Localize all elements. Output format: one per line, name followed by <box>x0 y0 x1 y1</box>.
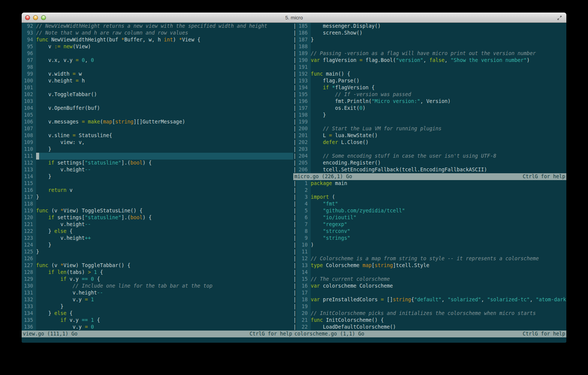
code-line[interactable]: |195 // If -version was passed <box>293 91 566 98</box>
code-line[interactable]: | 5 "github.com/zyedidia/tcell" <box>293 207 566 214</box>
code-line[interactable]: | 9 "strings" <box>293 235 566 242</box>
code-line[interactable]: 119 func (v *View) ToggleStatusLine() { <box>22 207 293 214</box>
code-line[interactable]: |204 // Some encoding stuff in case the … <box>293 153 566 160</box>
code-line[interactable]: |186 screen.Show() <box>293 30 566 36</box>
code-line[interactable]: 127 func (v *View) ToggleTabbar() { <box>22 262 293 269</box>
code-line[interactable]: |205 encoding.Register() <box>293 160 566 166</box>
code-line[interactable]: |191 <box>293 64 566 71</box>
code-line[interactable]: 121 v.height-- <box>22 221 293 228</box>
code-text: v.y = 0 <box>36 324 293 331</box>
code-line[interactable]: | 19 <box>293 303 566 310</box>
code-line[interactable]: 100 v.height = h <box>22 78 293 84</box>
code-line[interactable]: 98 <box>22 64 293 71</box>
code-line[interactable]: 130 // Include one line for the tab bar … <box>22 283 293 290</box>
code-line[interactable]: | 15 // The current colorscheme <box>293 276 566 283</box>
titlebar[interactable]: 5. micro <box>22 13 566 23</box>
code-line[interactable]: 114 } <box>22 173 293 180</box>
code-line[interactable]: |188 <box>293 43 566 50</box>
line-number: 121 <box>22 221 36 228</box>
code-line[interactable]: 112 if settings["statusline"].(bool) { <box>22 160 293 166</box>
code-line[interactable]: 120 if settings["statusline"].(bool) { <box>22 214 293 221</box>
code-line[interactable]: 97 v.x, v.y = 0, 0 <box>22 57 293 64</box>
code-line[interactable]: |189 // Passing -version as a flag will … <box>293 50 566 57</box>
code-line[interactable]: 95 v := new(View) <box>22 43 293 50</box>
code-line[interactable]: 116 return v <box>22 187 293 194</box>
code-line[interactable]: 135 if v.y == 1 { <box>22 317 293 324</box>
command-line[interactable] <box>22 337 566 343</box>
code-line[interactable]: 115 <box>22 180 293 187</box>
code-line[interactable]: | 6 "io/ioutil" <box>293 214 566 221</box>
code-text: // InitColorscheme picks and initializes… <box>311 310 566 317</box>
code-line[interactable]: | 11 <box>293 248 566 255</box>
code-line[interactable]: | 10 ) <box>293 242 566 248</box>
code-line[interactable]: | 21 func InitColorscheme() { <box>293 317 566 324</box>
code-text <box>36 125 293 132</box>
code-line[interactable]: |202 defer L.Close() <box>293 139 566 146</box>
code-line[interactable]: 136 v.y = 0 <box>22 324 293 331</box>
code-line[interactable]: 108 v.sline = Statusline{ <box>22 132 293 139</box>
code-line[interactable]: 122 } else { <box>22 228 293 235</box>
code-line[interactable]: | 12 // Colorscheme is a map from string… <box>293 255 566 262</box>
code-line[interactable]: | 4 "fmt" <box>293 201 566 207</box>
code-line[interactable]: 123 v.height++ <box>22 235 293 242</box>
code-line[interactable]: 134 } else { <box>22 310 293 317</box>
code-line[interactable]: 124 } <box>22 242 293 248</box>
line-number: 11 <box>296 248 311 255</box>
code-line[interactable]: 109 view: v, <box>22 139 293 146</box>
code-line[interactable]: | 7 "regexp" <box>293 221 566 228</box>
code-line[interactable]: 104 v.OpenBuffer(buf) <box>22 105 293 112</box>
code-line[interactable]: |185 messenger.Display() <box>293 23 566 30</box>
code-line[interactable]: 106 v.messages = make(map[string][]Gutte… <box>22 119 293 125</box>
code-line[interactable]: 113 v.height-- <box>22 166 293 173</box>
code-line[interactable]: 103 <box>22 98 293 105</box>
code-line[interactable]: 126 <box>22 255 293 262</box>
code-line[interactable]: 93 // Note that w and h are raw column a… <box>22 30 293 36</box>
code-line[interactable]: | 8 "strconv" <box>293 228 566 235</box>
code-line[interactable]: 118 <box>22 201 293 207</box>
code-line[interactable]: |193 flag.Parse() <box>293 78 566 84</box>
code-line[interactable]: 101 <box>22 84 293 91</box>
code-line[interactable]: | 22 LoadDefaultColorscheme() <box>293 324 566 331</box>
line-number: 99 <box>22 71 36 78</box>
code-line[interactable]: 131 v.height-- <box>22 290 293 296</box>
code-line[interactable]: | 18 var preInstalledColors = []string{"… <box>293 296 566 303</box>
code-line[interactable]: | 20 // InitColorscheme picks and initia… <box>293 310 566 317</box>
code-line[interactable]: |192 func main() { <box>293 71 566 78</box>
code-text <box>311 248 566 255</box>
code-line[interactable]: |199 <box>293 119 566 125</box>
code-line[interactable]: 117 } <box>22 194 293 201</box>
code-line[interactable]: | 13 type Colorscheme map[string]tcell.S… <box>293 262 566 269</box>
code-line[interactable]: | 16 var colorscheme Colorscheme <box>293 283 566 290</box>
code-line[interactable]: 129 if v.y == 0 { <box>22 276 293 283</box>
code-line[interactable]: | 3 import ( <box>293 194 566 201</box>
code-line[interactable]: | 14 <box>293 269 566 276</box>
code-line[interactable]: 96 <box>22 50 293 57</box>
code-line[interactable]: 105 <box>22 112 293 119</box>
code-line[interactable]: |198 } <box>293 112 566 119</box>
code-line[interactable]: 111 <box>22 153 293 160</box>
code-line[interactable]: 102 v.ToggleTabbar() <box>22 91 293 98</box>
code-line[interactable]: 133 } <box>22 303 293 310</box>
code-line[interactable]: 92 // NewViewWidthHeight returns a new v… <box>22 23 293 30</box>
code-line[interactable]: |206 tcell.SetEncodingFallback(tcell.Enc… <box>293 166 566 173</box>
line-number: 14 <box>296 269 311 276</box>
code-line[interactable]: | 17 <box>293 290 566 296</box>
code-line[interactable]: |201 L = lua.NewState() <box>293 132 566 139</box>
code-line[interactable]: 132 v.y = 1 <box>22 296 293 303</box>
code-line[interactable]: 99 v.width = w <box>22 71 293 78</box>
code-line[interactable]: 94 func NewViewWidthHeight(buf *Buffer, … <box>22 36 293 43</box>
code-line[interactable]: |187 } <box>293 36 566 43</box>
code-line[interactable]: 107 <box>22 125 293 132</box>
code-line[interactable]: |190 var flagVersion = flag.Bool("versio… <box>293 57 566 64</box>
code-line[interactable]: |203 <box>293 146 566 153</box>
code-line[interactable]: 110 } <box>22 146 293 153</box>
fullscreen-icon[interactable] <box>556 15 563 21</box>
code-line[interactable]: | 1 package main <box>293 180 566 187</box>
code-line[interactable]: |196 fmt.Println("Micro version:", Versi… <box>293 98 566 105</box>
code-line[interactable]: |194 if *flagVersion { <box>293 84 566 91</box>
code-line[interactable]: |197 os.Exit(0) <box>293 105 566 112</box>
code-line[interactable]: | 2 <box>293 187 566 194</box>
code-line[interactable]: 128 if len(tabs) > 1 { <box>22 269 293 276</box>
code-line[interactable]: |200 // Start the Lua VM for running plu… <box>293 125 566 132</box>
code-line[interactable]: 125 } <box>22 248 293 255</box>
